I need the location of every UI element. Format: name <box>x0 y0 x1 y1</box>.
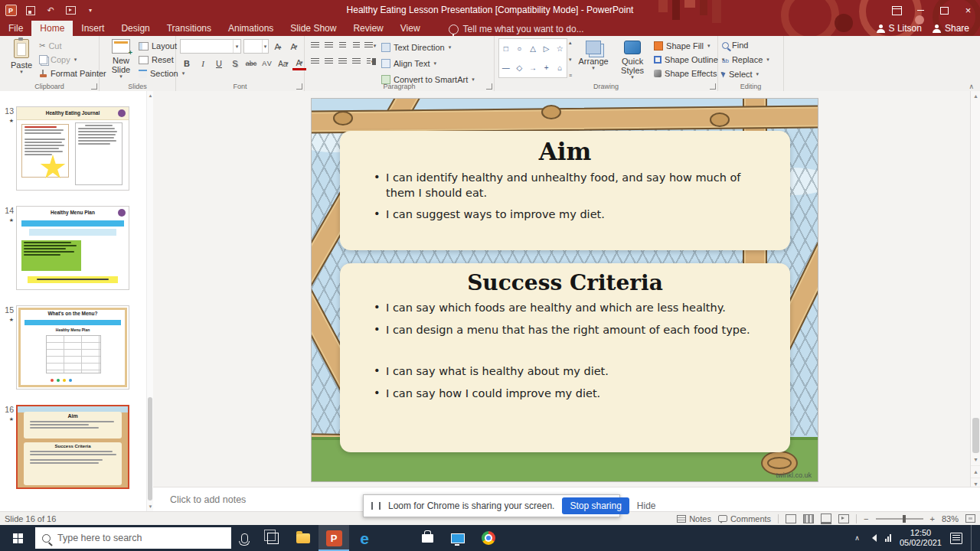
editor-scrollbar[interactable]: ▲ ▼ ▲ ▼ <box>970 91 980 490</box>
action-center-icon[interactable] <box>950 533 962 544</box>
font-name-input[interactable] <box>181 40 233 53</box>
taskbar-search-box[interactable] <box>35 527 231 549</box>
file-explorer-button[interactable] <box>288 525 318 551</box>
shapes-more-button[interactable]: ≡ <box>569 73 572 78</box>
text-shadow-button[interactable]: S <box>228 58 242 70</box>
store-taskbar-button[interactable] <box>412 525 443 551</box>
chrome-taskbar-button[interactable] <box>473 525 504 551</box>
shape-line-icon[interactable]: — <box>502 64 510 72</box>
tab-insert[interactable]: Insert <box>73 21 113 36</box>
zoom-slider-thumb[interactable] <box>903 515 906 523</box>
align-text-button[interactable]: Align Text▾ <box>381 57 475 70</box>
columns-button[interactable]: ▾ <box>364 56 377 67</box>
character-spacing-button[interactable]: AV <box>260 58 274 70</box>
aim-text-box[interactable]: Aim I can identify healthy and unhealthy… <box>340 131 790 250</box>
thumbnail-slide-13[interactable]: 13★ Healthy Eating Journal <box>0 106 129 191</box>
task-view-button[interactable] <box>257 525 288 551</box>
shape-circle-icon[interactable]: ○ <box>517 44 521 53</box>
bold-button[interactable]: B <box>180 58 194 70</box>
shrink-font-button[interactable]: A▾ <box>287 41 301 52</box>
find-button[interactable]: Find <box>722 40 748 51</box>
thumbnail-slide-16[interactable]: 16★ Aim Success Criteria <box>0 405 129 489</box>
shapes-gallery[interactable]: □ ○ △ ▷ ☆ — ◇ → + ⌂ <box>498 38 567 78</box>
font-size-combobox[interactable]: ▾ <box>243 39 269 54</box>
scroll-up-arrow[interactable]: ▲ <box>971 91 980 102</box>
account-button[interactable]: S Litson <box>877 23 922 34</box>
fit-to-window-button[interactable] <box>965 514 975 523</box>
scrollbar-thumb[interactable] <box>148 397 152 500</box>
cut-button[interactable]: ✂Cut <box>39 41 106 51</box>
close-button[interactable]: × <box>956 0 980 21</box>
clipboard-dialog-launcher[interactable] <box>91 83 97 90</box>
tab-transitions[interactable]: Transitions <box>158 21 220 36</box>
strikethrough-button[interactable]: abc <box>244 58 258 70</box>
decrease-indent-button[interactable] <box>336 40 349 51</box>
font-size-input[interactable] <box>244 40 262 53</box>
notes-toggle-button[interactable]: Notes <box>677 514 711 523</box>
shape-arrow-icon[interactable]: → <box>529 64 537 72</box>
align-left-button[interactable] <box>309 56 322 67</box>
replace-button[interactable]: Replace▾ <box>722 54 769 65</box>
scrollbar-thumb[interactable] <box>972 418 979 453</box>
tab-view[interactable]: View <box>392 21 429 36</box>
network-icon[interactable] <box>885 534 891 542</box>
zoom-slider[interactable] <box>876 518 923 520</box>
customize-qat-button[interactable]: ▾ <box>84 5 96 17</box>
shapes-scroll-up-button[interactable]: ▴ <box>569 40 572 46</box>
new-slide-button[interactable]: New Slide ▾ <box>103 38 139 78</box>
stop-sharing-button[interactable]: Stop sharing <box>562 497 629 514</box>
quick-styles-button[interactable]: Quick Styles ▾ <box>615 38 650 79</box>
volume-icon[interactable] <box>868 534 877 542</box>
maximize-button[interactable] <box>933 0 956 21</box>
align-right-button[interactable] <box>336 56 349 67</box>
change-case-button[interactable]: Aa▾ <box>276 58 290 70</box>
shape-effects-button[interactable]: Shape Effects▾ <box>654 68 724 79</box>
share-button[interactable]: Share <box>933 23 969 34</box>
success-criteria-text-box[interactable]: Success Criteria I can say which foods a… <box>340 263 790 452</box>
text-direction-button[interactable]: Text Direction▾ <box>381 41 475 54</box>
taskbar-clock[interactable]: 12:50 05/02/2021 <box>900 528 942 548</box>
drawing-dialog-launcher[interactable] <box>710 83 716 90</box>
tab-home[interactable]: Home <box>31 21 73 36</box>
italic-button[interactable]: I <box>196 58 210 70</box>
align-center-button[interactable] <box>322 56 335 67</box>
shape-fill-button[interactable]: Shape Fill▾ <box>654 41 724 51</box>
line-spacing-button[interactable]: ▾ <box>364 40 377 51</box>
arrange-button[interactable]: Arrange ▾ <box>576 38 611 70</box>
format-painter-button[interactable]: Format Painter <box>39 68 106 79</box>
thumbnail-slide-15[interactable]: 15★ What's on the Menu? Healthy Menu Pla… <box>0 305 129 390</box>
paste-button[interactable]: Paste ▾ <box>4 38 39 73</box>
underline-button[interactable]: U <box>212 58 226 70</box>
zoom-in-button[interactable]: + <box>930 514 935 523</box>
shape-home-icon[interactable]: ⌂ <box>557 64 562 72</box>
start-button[interactable] <box>0 525 35 551</box>
grow-font-button[interactable]: A▴ <box>271 41 285 52</box>
tab-design[interactable]: Design <box>113 21 158 36</box>
display-app-button[interactable] <box>443 525 473 551</box>
copy-button[interactable]: Copy▾ <box>39 54 106 65</box>
shape-right-triangle-icon[interactable]: ▷ <box>544 44 550 53</box>
cortana-mic-button[interactable] <box>231 525 257 551</box>
shape-square-icon[interactable]: □ <box>504 44 508 53</box>
tab-review[interactable]: Review <box>345 21 391 36</box>
tell-me-box[interactable]: Tell me what you want to do... <box>449 21 584 36</box>
tab-slide-show[interactable]: Slide Show <box>282 21 345 36</box>
normal-view-button[interactable] <box>786 514 796 523</box>
scroll-down-arrow[interactable]: ▼ <box>971 455 980 465</box>
minimize-button[interactable] <box>909 0 933 21</box>
ribbon-display-options-button[interactable] <box>885 0 909 21</box>
save-button[interactable] <box>24 5 37 17</box>
shape-triangle-icon[interactable]: △ <box>530 44 536 53</box>
numbering-button[interactable] <box>322 40 335 51</box>
tab-file[interactable]: File <box>0 21 31 36</box>
shape-outline-button[interactable]: Shape Outline▾ <box>654 54 724 65</box>
paragraph-dialog-launcher[interactable] <box>486 83 492 90</box>
shape-plus-icon[interactable]: + <box>544 64 549 72</box>
search-input[interactable] <box>56 532 224 544</box>
bullets-button[interactable] <box>309 40 322 51</box>
slide-sorter-view-button[interactable] <box>803 514 814 523</box>
slide-canvas[interactable]: twinkl.co.uk Aim I can identify healthy … <box>311 98 818 482</box>
slideshow-view-button[interactable] <box>838 514 849 523</box>
select-button[interactable]: Select▾ <box>722 69 759 80</box>
increase-indent-button[interactable] <box>350 40 363 51</box>
